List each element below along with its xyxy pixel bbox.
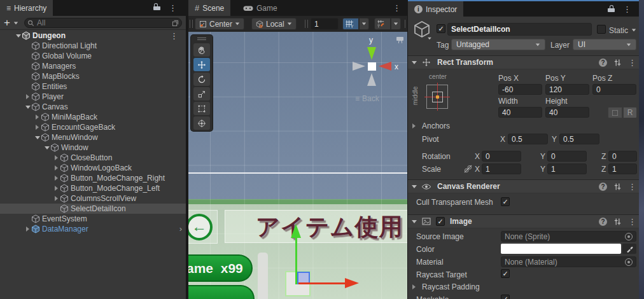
- scale-x-input[interactable]: 1: [482, 163, 521, 174]
- fold-right-icon[interactable]: [34, 125, 41, 130]
- gizmo-x-arrowhead[interactable]: [345, 278, 359, 288]
- tab-scene[interactable]: # Scene: [188, 0, 230, 16]
- hierarchy-item-button_modechange_right[interactable]: Button_ModeChange_Right: [0, 173, 186, 183]
- scale-y-input[interactable]: 1: [547, 163, 587, 174]
- move-tool-button[interactable]: [193, 58, 210, 71]
- raycast-padding-fold-icon[interactable]: [412, 284, 416, 289]
- raw-edit-button[interactable]: R: [623, 107, 637, 118]
- hierarchy-item-canvas[interactable]: Canvas: [0, 102, 186, 112]
- gizmo-center-cube[interactable]: [368, 62, 376, 71]
- tab-game[interactable]: Game: [237, 0, 284, 16]
- canvas-renderer-header[interactable]: Canvas Renderer ? ⋮: [408, 179, 639, 193]
- component-menu-icon[interactable]: ⋮: [628, 183, 636, 191]
- pivot-y-input[interactable]: 0.5: [559, 134, 599, 144]
- fold-right-icon[interactable]: [53, 176, 60, 181]
- rotation-x-input[interactable]: 0: [482, 151, 521, 162]
- hierarchy-item-mapblocks[interactable]: MapBlocks: [0, 71, 186, 81]
- pos-x-input[interactable]: -60: [498, 84, 542, 95]
- gizmo-y-axis[interactable]: [295, 237, 297, 284]
- prefab-open-chevron-icon[interactable]: ›: [179, 224, 182, 233]
- tag-dropdown[interactable]: Untagged: [451, 39, 545, 50]
- fold-right-icon[interactable]: [24, 226, 31, 232]
- lock-icon[interactable]: [153, 4, 160, 10]
- inspector-menu-icon[interactable]: ⋮: [623, 5, 631, 13]
- hierarchy-item-entities[interactable]: Entities: [0, 81, 186, 92]
- fold-down-icon[interactable]: [34, 136, 41, 139]
- hierarchy-item-datamanager[interactable]: DataManager›: [0, 224, 186, 234]
- help-icon[interactable]: ?: [599, 59, 607, 67]
- pivot-mode-button[interactable]: Center: [195, 18, 244, 30]
- hierarchy-item-window[interactable]: Window: [0, 143, 186, 153]
- gizmo-x-axis[interactable]: [298, 282, 345, 284]
- gameobject-cube-icon[interactable]: [413, 20, 431, 38]
- pos-z-input[interactable]: 0: [592, 84, 636, 95]
- pivot-x-input[interactable]: 0.5: [508, 134, 548, 144]
- fold-down-icon[interactable]: [43, 146, 50, 150]
- static-caret-icon[interactable]: [632, 29, 636, 32]
- gameobject-name-input[interactable]: SelectDetailIcon: [447, 23, 592, 36]
- grid-size-input[interactable]: 1: [311, 18, 339, 30]
- image-enabled-checkbox[interactable]: ✓: [436, 217, 445, 226]
- eyedropper-button[interactable]: [622, 244, 636, 254]
- hierarchy-item-button_modechange_left[interactable]: Button_ModeChange_Left: [0, 183, 186, 193]
- tools-drag-handle[interactable]: [191, 35, 213, 42]
- hierarchy-item-menuwindow[interactable]: MenuWindow: [0, 132, 186, 143]
- hierarchy-item-minimapback[interactable]: MiniMapBack: [0, 112, 186, 122]
- hierarchy-search-input[interactable]: All: [24, 18, 182, 28]
- rect-transform-header[interactable]: Rect Transform ? ⋮: [408, 55, 639, 69]
- search-window-icon[interactable]: [172, 20, 179, 27]
- hierarchy-item-directional light[interactable]: Directional Light: [0, 41, 186, 51]
- scale-z-input[interactable]: 1: [608, 163, 637, 174]
- hierarchy-item-player[interactable]: Player: [0, 92, 186, 102]
- hierarchy-item-managers[interactable]: Managers: [0, 61, 186, 71]
- view-orientation-gizmo[interactable]: y x ≡ Back: [349, 34, 407, 104]
- fold-icon[interactable]: [412, 185, 417, 188]
- width-input[interactable]: 40: [498, 107, 542, 118]
- icon-caret[interactable]: [428, 38, 431, 40]
- maskable-checkbox[interactable]: ✓: [501, 295, 510, 299]
- transform-tool-button[interactable]: [193, 116, 210, 130]
- rotation-z-input[interactable]: 0: [608, 151, 637, 162]
- cull-transparent-checkbox[interactable]: ✓: [501, 197, 510, 206]
- presets-icon[interactable]: [613, 59, 622, 67]
- raycast-target-checkbox[interactable]: ✓: [501, 269, 510, 278]
- scene-viewport[interactable]: アイテム使用 ← ame x99: [188, 32, 407, 299]
- space-mode-button[interactable]: Local: [251, 18, 297, 30]
- gizmo-y-arrowhead[interactable]: [291, 224, 301, 238]
- snap-caret-button[interactable]: [391, 18, 401, 30]
- fold-icon[interactable]: [412, 220, 417, 223]
- hierarchy-item-columnsscrollview[interactable]: ColumnsScrollView: [0, 193, 186, 204]
- help-icon[interactable]: ?: [599, 218, 607, 226]
- height-input[interactable]: 40: [545, 107, 589, 118]
- hierarchy-item-selectdetailicon[interactable]: SelectDetailIcon: [0, 204, 186, 214]
- fold-right-icon[interactable]: [53, 155, 60, 160]
- color-swatch[interactable]: [501, 244, 621, 254]
- fold-icon[interactable]: [412, 61, 417, 64]
- anchor-preset-widget[interactable]: [426, 85, 448, 109]
- scale-tool-button[interactable]: [193, 87, 210, 101]
- presets-icon[interactable]: [613, 218, 622, 226]
- fold-right-icon[interactable]: [34, 115, 41, 120]
- add-object-button[interactable]: +: [4, 17, 10, 29]
- rotation-y-input[interactable]: 0: [547, 151, 587, 162]
- presets-icon[interactable]: [613, 183, 622, 191]
- gizmo-back-label[interactable]: ≡ Back: [355, 94, 379, 103]
- snap-settings-button[interactable]: [374, 18, 391, 30]
- image-header[interactable]: ✓ Image ? ⋮: [408, 214, 639, 228]
- help-icon[interactable]: ?: [599, 183, 607, 191]
- hierarchy-item-eventsystem[interactable]: EventSystem: [0, 214, 186, 224]
- hand-tool-button[interactable]: [193, 43, 210, 57]
- gizmo-left-cone[interactable]: [353, 62, 365, 71]
- active-checkbox[interactable]: ✓: [437, 24, 445, 33]
- toolbar-handle[interactable]: [190, 20, 193, 28]
- hierarchy-item-windowlogoback[interactable]: WindowLogoBack: [0, 163, 186, 173]
- hierarchy-item-encountgageback[interactable]: EncountGageBack: [0, 122, 186, 132]
- object-picker-icon[interactable]: [625, 233, 633, 240]
- scene-menu-icon[interactable]: ⋮: [393, 4, 401, 12]
- pos-y-input[interactable]: 120: [545, 84, 589, 95]
- static-checkbox[interactable]: [597, 25, 606, 34]
- fold-down-icon[interactable]: [24, 106, 31, 109]
- anchors-fold-icon[interactable]: [412, 123, 416, 129]
- unlink-scale-icon[interactable]: [464, 165, 472, 173]
- component-menu-icon[interactable]: ⋮: [628, 218, 636, 226]
